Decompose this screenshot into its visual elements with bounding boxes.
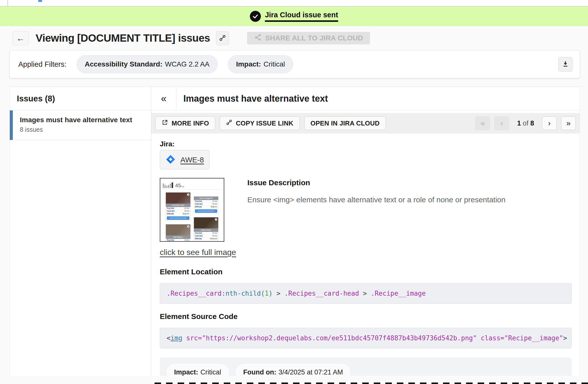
code-token: < [167, 334, 171, 342]
code-token: > [563, 334, 567, 342]
recipe-cook-button: COOK MEGA BURGER [195, 241, 217, 242]
code-token: > [359, 290, 371, 297]
issues-panel-title: Issues (8) [17, 94, 55, 103]
jira-label: Jira: [160, 140, 576, 148]
issue-description-heading: Issue Description [247, 178, 505, 187]
issue-screenshot-thumbnail[interactable]: 45mg Chocolate CakePrep time20 minCook t… [160, 178, 224, 242]
open-in-jira-label: OPEN IN JIRA CLOUD [311, 119, 380, 127]
jira-logo-icon [165, 154, 176, 166]
impact-chip-value: Critical [200, 368, 221, 376]
pagination-next-button[interactable]: › [542, 116, 557, 130]
edit-pencil-icon [215, 218, 217, 221]
page-title: Viewing [DOCUMENT TITLE] issues [36, 32, 210, 44]
pagination-of: of [523, 119, 529, 127]
issue-item-count: 8 issues [20, 126, 149, 133]
applied-filters-label: Applied Filters: [18, 60, 66, 69]
found-on-chip-value: 3/4/2025 at 07:21 AM [279, 368, 343, 376]
recipe-info-row: Cook time25 min [194, 235, 218, 237]
recipe-info-row: Prep time20 min [166, 207, 190, 210]
thumbnail-stat-header: 45mg [163, 180, 221, 189]
detail-content: Jira: AWE-8 45mg [151, 134, 580, 376]
more-info-button[interactable]: MORE INFO [155, 116, 215, 130]
recipe-info-row: Prep time10 min [194, 232, 218, 235]
code-token: src= [186, 334, 202, 342]
issues-panel: Issues (8) Images must have alternative … [10, 87, 151, 376]
filter-chip-accessibility-standard[interactable]: Accessibility Standard: WCAG 2.2 AA [77, 55, 218, 73]
success-check-icon [250, 11, 261, 22]
detail-header: « Images must have alternative text [151, 87, 580, 110]
found-on-chip: Found on: 3/4/2025 at 07:21 AM [235, 363, 351, 376]
issues-panel-header: Issues (8) [10, 87, 151, 110]
thumbnail-column: Mom's SpaghettiPrep time10 minCook time4… [194, 197, 218, 242]
issue-item-title: Images must have alternative text [20, 116, 149, 124]
issue-list-item-selected[interactable]: Images must have alternative text 8 issu… [10, 110, 151, 140]
code-token: > [273, 290, 284, 297]
detail-toolbar: MORE INFO COPY ISSUE LINK OPEN IN JIRA C… [151, 113, 580, 134]
recipe-card-title: Mega Burger [194, 228, 218, 232]
recipe-info-row: Prep time15 min [166, 239, 190, 242]
element-location-code: .Recipes__card:nth-child(1) > .Recipes__… [160, 283, 572, 304]
bottom-dashed-edge [155, 382, 588, 384]
recipe-photo [166, 193, 190, 204]
collapse-sidebar-button[interactable]: « [151, 87, 176, 110]
page-header: ← Viewing [DOCUMENT TITLE] issues SHARE … [0, 26, 588, 50]
recipe-info-row: Prep time10 min [194, 200, 218, 203]
link-icon [226, 119, 232, 127]
jira-issue-sent-link[interactable]: Jira Cloud issue sent [265, 11, 338, 22]
code-token: .Recipe__image [371, 290, 426, 297]
recipe-info-row: Cook time45 min [166, 210, 190, 213]
recipe-info-row: DifficultyAdvanced [194, 237, 218, 240]
pagination-current: 1 [517, 119, 521, 127]
thumbnail-column: Chocolate CakePrep time20 minCook time45… [166, 193, 190, 242]
jira-issue-key-link[interactable]: AWE-8 [180, 156, 204, 164]
element-location-heading: Element Location [160, 268, 576, 276]
recipe-card-thumbnail: Filet MignonPrep time15 minCook time20 m… [166, 224, 190, 242]
code-token: img [171, 334, 182, 342]
description-column: Issue Description Ensure <img> elements … [247, 178, 505, 242]
edit-pencil-icon [187, 193, 190, 196]
thumbnail-recipe-grid: Chocolate CakePrep time20 minCook time45… [163, 193, 221, 242]
code-token [182, 334, 186, 342]
recipe-card-title: Filet Mignon [166, 235, 190, 239]
share-all-to-jira-button[interactable]: SHARE ALL TO JIRA CLOUD [247, 32, 370, 44]
code-token: .Recipes__card [167, 290, 222, 297]
top-partial-strip [0, 0, 588, 7]
copy-issue-link-button[interactable]: COPY ISSUE LINK [220, 116, 300, 130]
top-strip-blue-fragment [38, 0, 42, 2]
recipe-card-thumbnail: Mom's SpaghettiPrep time10 minCook time4… [194, 197, 218, 214]
recipe-photo [166, 224, 190, 235]
full-image-link[interactable]: click to see full image [160, 248, 236, 257]
impact-chip-label: Impact: [174, 368, 198, 376]
recipe-info-row: Cook time40 min [194, 203, 218, 206]
filter-chip-impact[interactable]: Impact: Critical [228, 55, 293, 73]
recipe-info-row: DifficultyBeginner [194, 206, 218, 208]
code-token: "Recipe__image" [504, 334, 563, 342]
open-in-jira-cloud-button[interactable]: OPEN IN JIRA CLOUD [304, 116, 386, 130]
code-token: ) [269, 290, 273, 297]
top-strip-divider [8, 0, 8, 6]
filter-chip-value: Critical [263, 60, 285, 68]
more-info-label: MORE INFO [172, 119, 209, 127]
recipe-card-title: Mom's Spaghetti [194, 197, 218, 200]
main-area: Issues (8) Images must have alternative … [10, 87, 580, 376]
element-source-code: <img src="https://workshop2.dequelabs.co… [160, 328, 572, 348]
download-report-button[interactable] [558, 57, 573, 72]
external-link-icon [162, 119, 168, 127]
jira-success-banner: Jira Cloud issue sent [0, 7, 588, 26]
code-token: :nth-child( [222, 290, 265, 297]
code-token: 1 [265, 290, 269, 297]
pagination-last-button[interactable]: » [561, 116, 576, 130]
copy-page-link-button[interactable] [216, 31, 229, 45]
filter-chip-name: Accessibility Standard: [85, 60, 163, 68]
impact-chip: Impact: Critical [166, 363, 230, 376]
jira-issue-chip[interactable]: AWE-8 [160, 150, 209, 169]
filter-chip-value: WCAG 2.2 AA [165, 60, 209, 68]
issue-description-text: Ensure <img> elements have alternative t… [247, 196, 505, 204]
back-button[interactable]: ← [13, 31, 29, 45]
download-icon [562, 60, 569, 68]
applied-filters-bar: Applied Filters: Accessibility Standard:… [10, 50, 580, 78]
share-button-label: SHARE ALL TO JIRA CLOUD [265, 34, 363, 42]
recipe-info-row: DifficultyBeginner [166, 213, 190, 215]
found-on-chip-label: Found on: [243, 368, 276, 376]
pagination-prev-button: ‹ [494, 116, 509, 130]
